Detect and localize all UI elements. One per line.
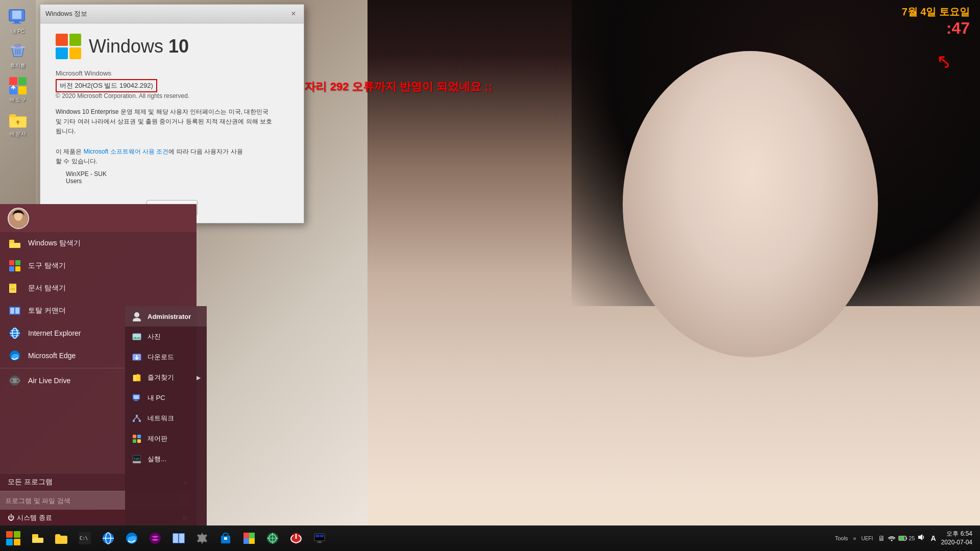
recycle-icon	[8, 41, 28, 62]
win10-title-text: Windows 10	[89, 36, 189, 57]
svg-rect-46	[134, 400, 138, 401]
sidebar-item-recycle[interactable]: 휴지통	[2, 39, 34, 71]
dialog-close-button[interactable]: ×	[288, 9, 299, 19]
sidebar-item-docs[interactable]: 배 문서	[2, 108, 34, 139]
svg-text:C:\: C:\	[80, 536, 88, 541]
svg-rect-52	[133, 435, 136, 438]
right-panel-photos[interactable]: 사진	[125, 327, 207, 347]
taskbar-special1[interactable]	[144, 527, 166, 549]
svg-line-51	[137, 417, 140, 420]
logo-green	[69, 34, 82, 46]
svg-rect-54	[133, 439, 136, 443]
svg-point-38	[134, 312, 139, 317]
tools-tray-label[interactable]: Tools	[832, 534, 851, 542]
taskbar-items: C:\	[27, 527, 832, 549]
sidebar-pc-label: 내 PC	[11, 29, 25, 35]
mypc-icon	[131, 392, 142, 404]
taskbar-store[interactable]	[214, 527, 237, 549]
taskbar-edge[interactable]	[120, 527, 143, 549]
svg-point-41	[134, 335, 136, 337]
right-panel-user[interactable]: Administrator	[125, 306, 207, 327]
logo-blue	[56, 47, 68, 60]
taskbar-paint[interactable]	[238, 527, 260, 549]
taskbar-folder[interactable]	[50, 527, 72, 549]
doc-explorer-icon	[8, 281, 22, 295]
svg-rect-10	[18, 77, 27, 85]
ie-icon	[8, 326, 22, 340]
start-item-tool-explorer[interactable]: 도구 탐색기	[0, 255, 197, 277]
sidebar-item-pc[interactable]: 내 PC	[2, 5, 34, 37]
svg-rect-77	[243, 538, 249, 544]
svg-rect-18	[9, 260, 14, 265]
power-icon: ⏻	[8, 514, 14, 521]
taskbar: C:\	[0, 525, 980, 551]
right-panel-downloads[interactable]: 다운로드	[125, 347, 207, 367]
sidebar-item-tools[interactable]: 배 도구	[2, 73, 34, 105]
svg-rect-91	[906, 537, 907, 539]
tools-icon	[8, 76, 28, 96]
svg-rect-76	[249, 533, 255, 538]
wallpaper-face	[623, 51, 878, 357]
svg-rect-45	[135, 399, 137, 400]
user-section: WinXPE - SUK Users	[66, 170, 288, 185]
tray-chevron[interactable]: »	[853, 535, 856, 541]
logo-yellow	[69, 47, 82, 60]
svg-rect-40	[133, 334, 141, 340]
svg-rect-92	[899, 537, 904, 540]
right-panel-run[interactable]: run 실행...	[125, 449, 207, 469]
taskbar-file-explorer[interactable]	[27, 527, 49, 549]
tray-datetime[interactable]: 오후 6:54 2020-07-04	[941, 530, 972, 547]
svg-rect-59	[133, 461, 141, 463]
svg-rect-19	[15, 260, 20, 265]
favorites-label: 즐겨찾기	[148, 373, 191, 382]
svg-rect-88	[320, 535, 324, 537]
taskbar-tray: Tools » UEFI 🖥 25	[832, 530, 977, 547]
power-button[interactable]: ⏻ 시스템 종료	[8, 513, 52, 522]
description-text: Windows 10 Enterprise 운영 체제 및 해당 사용자 인터페…	[56, 107, 288, 137]
explorer-icon	[8, 236, 22, 251]
taskbar-cmd[interactable]: C:\	[74, 527, 96, 549]
taskbar-settings[interactable]	[191, 527, 213, 549]
dialog-body: Windows 10 Microsoft Windows 버전 20H2(OS …	[40, 23, 304, 195]
right-user-label: Administrator	[148, 313, 201, 320]
version-section: Microsoft Windows 버전 20H2(OS 빌드 19042.29…	[56, 69, 288, 99]
start-item-doc-explorer[interactable]: 문서 탐색기	[0, 277, 197, 299]
taskbar-power[interactable]	[285, 527, 307, 549]
svg-rect-20	[9, 266, 14, 271]
license-link[interactable]: Microsoft 소프트웨어 사용 조건	[84, 148, 169, 155]
svg-rect-44	[134, 395, 139, 399]
date-text: 7월 4일 토요일	[902, 5, 970, 19]
right-panel-controlpanel[interactable]: 제어판	[125, 429, 207, 449]
taskbar-start-button[interactable]	[3, 528, 24, 549]
right-panel-mypc[interactable]: 내 PC	[125, 388, 207, 408]
svg-point-68	[150, 533, 161, 544]
all-programs-label: 모든 프로그램	[8, 478, 53, 487]
start-item-explorer[interactable]: Windows 탐색기	[0, 232, 197, 255]
right-panel-favorites[interactable]: 즐겨찾기 ▶	[125, 367, 207, 388]
tray-volume-icon[interactable]	[917, 533, 925, 543]
start-right-panel: Administrator 사진 다운로드	[125, 306, 207, 525]
win10-logo	[56, 34, 81, 59]
controlpanel-icon	[131, 433, 142, 444]
users-label: Users	[66, 178, 288, 185]
time-text: :47	[902, 19, 970, 38]
taskbar-totalcmd[interactable]	[167, 527, 190, 549]
svg-rect-75	[243, 533, 249, 538]
taskbar-display[interactable]	[308, 527, 331, 549]
tray-battery-icon[interactable]: 25	[898, 535, 915, 541]
svg-marker-93	[918, 534, 922, 540]
tray-network-icon[interactable]	[888, 533, 896, 543]
taskbar-ie[interactable]	[97, 527, 119, 549]
tray-monitor-icon[interactable]: 🖥	[878, 534, 885, 542]
svg-rect-78	[249, 538, 255, 544]
right-panel-network[interactable]: 네트워크	[125, 408, 207, 429]
network-icon	[131, 413, 142, 424]
svg-rect-85	[318, 541, 321, 542]
uefi-label[interactable]: UEFI	[859, 535, 875, 542]
version-text: 버전 20H2(OS 빌드 19042.292)	[56, 79, 157, 92]
start-quad-red	[6, 531, 13, 538]
start-quad-green	[14, 531, 20, 538]
tray-lang-label[interactable]: A	[928, 533, 938, 543]
svg-line-50	[134, 417, 137, 420]
taskbar-network-tool[interactable]	[261, 527, 284, 549]
